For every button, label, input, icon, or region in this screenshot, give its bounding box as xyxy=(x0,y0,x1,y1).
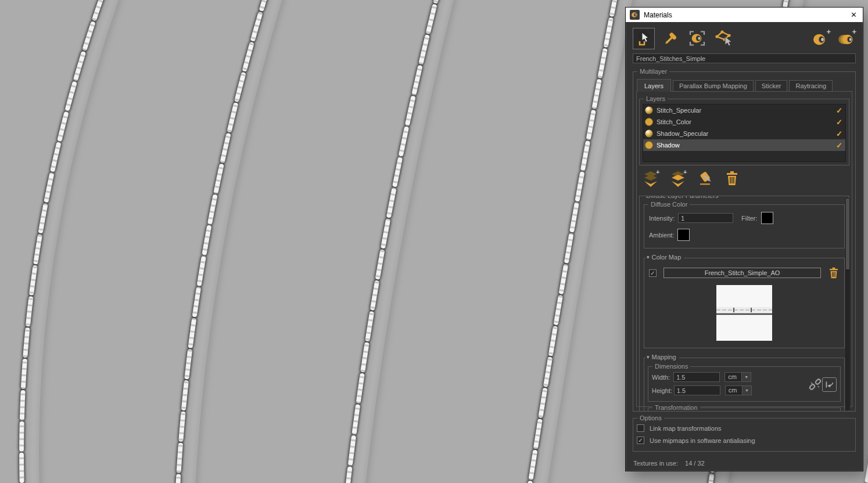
dimensions-group: Dimensions Width: cm ▼ xyxy=(648,366,841,402)
svg-text:+: + xyxy=(656,170,659,175)
layer-row-stitch-color[interactable]: Stitch_Color ✓ xyxy=(643,116,845,128)
layer-enabled-check-icon[interactable]: ✓ xyxy=(836,106,842,115)
layer-enabled-check-icon[interactable]: ✓ xyxy=(836,141,842,150)
intensity-label: Intensity: xyxy=(649,215,675,222)
chevron-down-icon[interactable]: ▼ xyxy=(742,372,751,382)
dimensions-label: Dimensions xyxy=(652,363,690,370)
panel-titlebar[interactable]: Materials ✕ xyxy=(626,8,863,22)
eyedropper-tool-button[interactable] xyxy=(659,28,682,49)
layer-list: Stitch_Specular ✓ Stitch_Color ✓ xyxy=(643,104,846,162)
add-material-button[interactable]: + xyxy=(812,30,830,47)
materials-panel: Materials ✕ xyxy=(625,7,863,471)
unlink-dimensions-icon[interactable] xyxy=(808,378,822,392)
application-window: Materials ✕ xyxy=(0,0,868,483)
height-label: Height: xyxy=(652,387,672,394)
color-layer-icon xyxy=(645,141,653,149)
color-map-group: ▾ Color Map ✓ French_Stitch_Simple_AO xyxy=(644,258,845,348)
tab-parallax-bump-mapping[interactable]: Parallax Bump Mapping xyxy=(673,80,754,91)
layers-tab-page: Layers Stitch_Specular ✓ xyxy=(636,91,852,407)
use-mipmaps-checkbox[interactable]: ✓ xyxy=(637,437,644,444)
layers-group: Layers Stitch_Specular ✓ xyxy=(639,99,849,165)
tab-sticker[interactable]: Sticker xyxy=(755,80,788,91)
svg-text:+: + xyxy=(683,170,687,175)
scrollbar-thumb[interactable] xyxy=(846,199,849,269)
add-multilayer-material-button[interactable]: + xyxy=(837,30,856,47)
multilayer-tabs: Layers Parallax Bump Mapping Sticker Ray… xyxy=(636,79,852,91)
options-group: Options Link map transformations ✓ Use m… xyxy=(633,418,856,452)
height-input[interactable] xyxy=(674,385,720,395)
texture-preview[interactable] xyxy=(716,285,772,341)
delete-layer-icon[interactable] xyxy=(724,170,740,186)
panel-body: + + xyxy=(626,22,863,471)
diffuse-color-label: Diffuse Color xyxy=(648,201,690,208)
layer-enabled-check-icon[interactable]: ✓ xyxy=(836,129,842,138)
apply-material-tool-button[interactable] xyxy=(686,28,708,49)
tab-raytracing[interactable]: Raytracing xyxy=(789,80,833,91)
edit-layer-icon[interactable] xyxy=(697,170,715,187)
layers-group-label: Layers xyxy=(644,95,668,103)
transformation-group: Transformation Offset Rotate xyxy=(648,408,841,412)
layer-name: Shadow xyxy=(657,142,680,149)
multilayer-group-label: Multilayer xyxy=(637,68,669,75)
texture-name-button[interactable]: French_Stitch_Simple_AO xyxy=(663,268,821,278)
reset-mapping-button[interactable] xyxy=(822,377,837,392)
collapse-arrow-icon[interactable]: ▾ xyxy=(647,254,650,260)
color-map-label: Color Map xyxy=(652,254,682,261)
color-map-checkbox[interactable]: ✓ xyxy=(649,269,657,277)
layer-row-shadow[interactable]: Shadow ✓ xyxy=(643,139,845,151)
layer-name: Stitch_Specular xyxy=(657,107,701,114)
add-layer-icon[interactable]: + xyxy=(643,170,660,187)
filter-label: Filter: xyxy=(741,215,758,222)
width-input[interactable] xyxy=(673,372,720,382)
mapping-group: ▾ Mapping Dimensions Width: xyxy=(644,358,845,412)
option-link-map-transformations[interactable]: Link map transformations xyxy=(637,424,852,432)
width-unit-select[interactable]: cm ▼ xyxy=(724,372,751,382)
transformation-label: Transformation xyxy=(652,404,700,412)
layer-name: Stitch_Color xyxy=(657,118,691,125)
tab-layers[interactable]: Layers xyxy=(637,79,671,92)
specular-layer-icon xyxy=(645,106,653,114)
status-bar: Textures in use: 14 / 32 xyxy=(633,456,856,470)
layer-row-shadow-specular[interactable]: Shadow_Specular ✓ xyxy=(643,128,845,139)
textures-in-use-value: 14 / 32 xyxy=(685,460,705,467)
options-group-label: Options xyxy=(637,414,664,422)
close-icon[interactable]: ✕ xyxy=(851,11,857,19)
layer-name: Shadow_Specular xyxy=(657,130,708,137)
layer-toolbar: + + xyxy=(639,165,849,190)
layer-enabled-check-icon[interactable]: ✓ xyxy=(836,118,842,127)
collapse-arrow-icon[interactable]: ▾ xyxy=(647,354,650,360)
option-label: Use mipmaps in software antialiasing xyxy=(650,437,755,444)
parameters-scrollbar[interactable] xyxy=(845,198,850,410)
mapping-label: Mapping xyxy=(652,354,676,361)
materials-toolbar: + + xyxy=(633,26,856,51)
diffuse-layer-parameters-label: Diffuse Layer Parameters xyxy=(644,196,721,200)
link-map-transformations-checkbox[interactable] xyxy=(637,424,644,432)
delete-texture-icon[interactable] xyxy=(828,266,840,279)
select-material-tool-button[interactable] xyxy=(633,28,655,49)
panel-title: Materials xyxy=(644,11,672,19)
toolbar-right-group: + + xyxy=(812,30,856,47)
height-unit-select[interactable]: cm ▼ xyxy=(725,385,752,395)
filter-color-swatch[interactable] xyxy=(761,212,773,224)
chevron-down-icon[interactable]: ▼ xyxy=(743,385,752,395)
specular-layer-icon xyxy=(645,129,653,138)
diffuse-color-group: Diffuse Color Intensity: Filter: Ambient… xyxy=(644,204,845,248)
option-label: Link map transformations xyxy=(650,425,722,432)
color-layer-icon xyxy=(645,118,653,126)
materials-window-icon xyxy=(630,10,640,20)
add-sublayer-icon[interactable]: + xyxy=(670,170,687,187)
multilayer-group: Multilayer Layers Parallax Bump Mapping … xyxy=(633,71,856,412)
arrow-to-start-icon xyxy=(824,380,834,390)
ambient-color-swatch[interactable] xyxy=(677,229,690,241)
ambient-label: Ambient: xyxy=(649,232,674,239)
select-polygon-tool-button[interactable] xyxy=(713,28,735,49)
option-use-mipmaps[interactable]: ✓ Use mipmaps in software antialiasing xyxy=(637,437,852,444)
width-label: Width: xyxy=(652,374,670,381)
intensity-input[interactable] xyxy=(678,213,733,223)
diffuse-layer-parameters-group: Diffuse Layer Parameters Diffuse Color I… xyxy=(639,196,849,412)
material-name-field[interactable] xyxy=(633,53,856,63)
layer-row-stitch-specular[interactable]: Stitch_Specular ✓ xyxy=(643,104,845,116)
textures-in-use-label: Textures in use: xyxy=(633,460,678,467)
